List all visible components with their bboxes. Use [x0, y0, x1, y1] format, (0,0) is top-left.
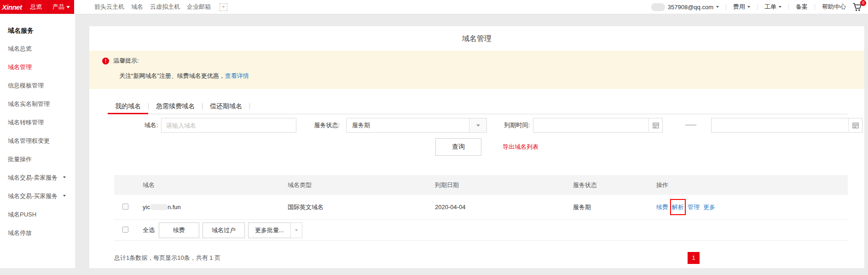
nav-overview[interactable]: 总览	[24, 0, 48, 14]
chevron-down-icon	[747, 6, 750, 8]
sidebar-item-domain-parking[interactable]: 域名停放	[0, 224, 75, 242]
sidebar-item-domain-push[interactable]: 域名PUSH	[0, 205, 75, 224]
account-email: 357908@qq.com	[668, 4, 713, 11]
status-selected-value: 服务期	[347, 121, 469, 129]
domain-label: 域名:	[117, 118, 158, 133]
table-header-row: 域名 域名类型 到期日期 服务状态 操作	[114, 175, 848, 195]
divider	[757, 4, 758, 10]
tab-urgent-renewal[interactable]: 急需续费域名	[149, 99, 202, 114]
tab-my-domains[interactable]: 我的域名	[108, 99, 148, 114]
expire-date-to-input[interactable]	[711, 118, 862, 133]
cell-service-status: 服务期	[568, 203, 652, 211]
chevron-down-icon	[66, 6, 70, 8]
notice-banner: ! 温馨提示: 关注“新网域名”注册、续费域名更优惠，查看详情	[89, 51, 864, 89]
page-number-button[interactable]: 1	[688, 252, 700, 264]
batch-renew-button[interactable]: 续费	[159, 222, 199, 238]
nav-help-center[interactable]: 帮助中心	[822, 3, 846, 11]
calendar-icon	[852, 122, 859, 129]
header-expire-date: 到期日期	[430, 181, 568, 189]
nav-link-virtual-host[interactable]: 云虚拟主机	[150, 3, 180, 11]
action-manage-link[interactable]: 管理	[688, 203, 700, 211]
sidebar-item-batch-operations[interactable]: 批量操作	[0, 150, 75, 169]
chevron-down-icon	[63, 176, 66, 178]
sidebar-item-domain-management[interactable]: 域名管理	[0, 58, 75, 76]
chevron-down-icon[interactable]	[469, 118, 486, 132]
warning-icon: !	[102, 58, 109, 64]
main-panel: 域名管理 ! 温馨提示: 关注“新网域名”注册、续费域名更优惠，查看详情 我的域…	[89, 26, 864, 268]
notice-body: 关注“新网域名”注册、续费域名更优惠，	[119, 72, 225, 79]
batch-transfer-button[interactable]: 域名过户	[203, 222, 245, 238]
sidebar-heading: 域名服务	[8, 27, 75, 35]
cell-domain: yicn.fun	[138, 204, 283, 211]
cell-expire-date: 2020-04-04	[430, 204, 568, 211]
domain-search-input[interactable]	[161, 118, 296, 133]
account-menu[interactable]: 357908@qq.com	[651, 3, 719, 11]
notice-title: 温馨提示:	[113, 57, 139, 65]
xinnet-logo[interactable]: Xinnet	[0, 0, 24, 14]
sidebar-item-info-template[interactable]: 信息模板管理	[0, 76, 75, 95]
header-domain: 域名	[138, 181, 283, 189]
action-renew-link[interactable]: 续费	[656, 203, 668, 211]
sidebar-item-domain-overview[interactable]: 域名总览	[0, 40, 75, 58]
action-more-link[interactable]: 更多	[703, 203, 715, 211]
page-title: 域名管理	[89, 26, 864, 51]
nav-link-domain[interactable]: 域名	[131, 3, 143, 11]
row-checkbox[interactable]	[122, 204, 128, 210]
status-select[interactable]: 服务期	[346, 118, 487, 133]
status-label: 服务状态:	[304, 118, 340, 133]
nav-tickets[interactable]: 工单	[764, 3, 781, 11]
batch-more-button[interactable]: 更多批量...	[248, 222, 290, 238]
table-row: yicn.fun 国际英文域名 2020-04-04 服务期 续费 解析 管理 …	[114, 195, 848, 220]
domain-table: 域名 域名类型 到期日期 服务状态 操作 yicn.fun 国际英文域名 202…	[114, 175, 848, 241]
chevron-down-icon	[63, 195, 66, 197]
blurred-domain-part	[150, 204, 167, 210]
pagination-summary: 总计1条数据，每页显示10条，共有 1 页	[114, 252, 848, 264]
action-dns-resolve-link[interactable]: 解析	[672, 203, 684, 211]
chevron-down-icon	[716, 6, 719, 8]
select-all-checkbox[interactable]	[122, 227, 128, 233]
sidebar-item-domain-transfer[interactable]: 域名转移管理	[0, 113, 75, 132]
cart-count-badge: 0	[860, 0, 866, 6]
plus-icon[interactable]: +	[220, 3, 227, 11]
cart-button[interactable]: 0	[852, 3, 862, 12]
date-range-separator: ——	[677, 118, 704, 133]
expire-time-label: 到期时间:	[492, 118, 530, 133]
filter-form: 域名: 服务状态: 服务期 到期时间: ——	[89, 118, 864, 133]
divider	[249, 103, 250, 110]
calendar-icon	[653, 122, 659, 129]
cell-domain-type: 国际英文域名	[283, 203, 430, 211]
select-all-label: 全选	[138, 226, 159, 234]
table-footer: 总计1条数据，每页显示10条，共有 1 页 1	[114, 252, 848, 264]
export-domain-list-link[interactable]: 导出域名列表	[503, 143, 538, 151]
divider	[815, 4, 815, 10]
header-service-status: 服务状态	[568, 181, 652, 189]
sidebar: 域名服务 域名总览 域名管理 信息模板管理 域名实名制管理 域名转移管理 域名管…	[0, 14, 75, 268]
chevron-down-icon	[779, 6, 781, 8]
notice-detail-link[interactable]: 查看详情	[225, 72, 249, 79]
divider	[726, 4, 726, 10]
query-button[interactable]: 查询	[435, 138, 481, 156]
nav-products[interactable]: 产品	[48, 0, 74, 14]
tab-bar: 我的域名 急需续费域名 偿还期域名	[108, 99, 848, 114]
tab-redemption-period[interactable]: 偿还期域名	[203, 99, 249, 114]
header-domain-type: 域名类型	[283, 181, 430, 189]
chevron-down-icon[interactable]	[290, 222, 302, 238]
sidebar-item-trade-buyer[interactable]: 域名交易-买家服务	[0, 187, 75, 205]
nav-link-cloud-host[interactable]: 箭头云主机	[94, 3, 124, 11]
nav-link-enterprise-mail[interactable]: 企业邮箱	[187, 3, 211, 11]
nav-billing[interactable]: 费用	[733, 3, 750, 11]
top-navbar: Xinnet 总览 产品 箭头云主机 域名 云虚拟主机 企业邮箱 + 35790…	[0, 0, 868, 14]
blurred-email-prefix	[651, 3, 665, 11]
header-actions: 操作	[652, 181, 848, 189]
sidebar-item-real-name[interactable]: 域名实名制管理	[0, 95, 75, 113]
sidebar-item-trade-seller[interactable]: 域名交易-卖家服务	[0, 169, 75, 187]
sidebar-item-mgmt-rights-change[interactable]: 域名管理权变更	[0, 132, 75, 150]
batch-action-row: 全选 续费 域名过户 更多批量...	[114, 220, 848, 241]
divider	[788, 4, 789, 10]
nav-icp-record[interactable]: 备案	[796, 3, 808, 11]
expire-date-from-input[interactable]	[533, 118, 663, 133]
